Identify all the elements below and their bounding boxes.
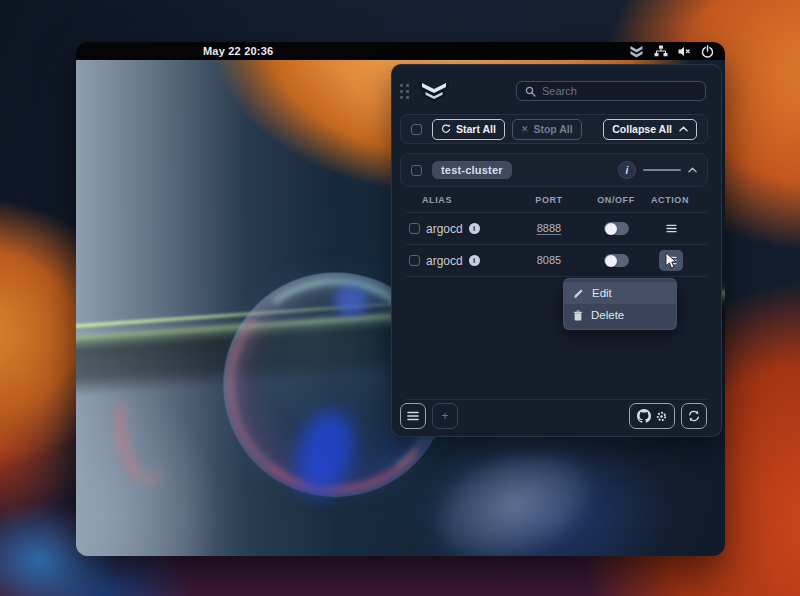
network-icon[interactable] — [654, 45, 668, 57]
wallpaper-pink-arc — [109, 386, 176, 489]
drag-handle-icon[interactable] — [400, 84, 409, 99]
sync-button[interactable] — [681, 403, 707, 429]
search-input[interactable]: Search — [516, 81, 706, 101]
cluster-info-icon[interactable]: i — [618, 161, 636, 179]
pencil-icon — [573, 288, 584, 299]
port-value[interactable]: 8085 — [520, 245, 578, 276]
search-placeholder: Search — [542, 85, 577, 97]
cluster-row-controls: i — [618, 161, 697, 179]
kftray-panel: Search Start All ✕ Stop All — [391, 64, 722, 437]
cluster-progress-line — [643, 169, 681, 171]
col-header-action: ACTION — [639, 195, 701, 205]
menubar-clock[interactable]: May 22 20:36 — [203, 42, 273, 60]
collapse-all-label: Collapse All — [612, 123, 672, 135]
col-header-port: PORT — [520, 195, 578, 205]
menubar-status-icons — [629, 42, 714, 60]
start-all-button[interactable]: Start All — [432, 119, 505, 140]
row-action-button[interactable] — [659, 218, 683, 239]
volume-muted-icon[interactable] — [678, 46, 691, 57]
desktop-wallpaper: May 22 20:36 — [0, 0, 800, 596]
onoff-toggle[interactable] — [604, 254, 629, 267]
row-info-icon[interactable]: i — [469, 223, 480, 234]
wallpaper-blue-spot — [334, 286, 368, 316]
table-row: argocd i 8888 — [392, 213, 721, 244]
context-menu: Edit Delete — [563, 278, 677, 330]
menubar: May 22 20:36 — [76, 42, 725, 60]
table-divider — [406, 276, 707, 277]
footer-divider — [406, 399, 707, 400]
chevron-up-icon — [679, 126, 688, 132]
kftray-logo-icon — [417, 79, 451, 103]
alias-cell: argocd i — [426, 213, 480, 244]
cluster-collapse-icon[interactable] — [688, 167, 697, 173]
col-header-alias: ALIAS — [422, 195, 452, 205]
main-menu-button[interactable] — [400, 403, 426, 429]
github-icon — [637, 409, 651, 423]
delete-label: Delete — [591, 309, 624, 321]
add-config-button[interactable]: + — [432, 403, 458, 429]
stop-icon: ✕ — [521, 124, 529, 134]
power-icon[interactable] — [701, 45, 714, 58]
panel-header: Search — [400, 79, 706, 103]
collapse-all-button[interactable]: Collapse All — [603, 119, 697, 140]
row-checkbox[interactable] — [409, 223, 420, 234]
search-icon — [525, 86, 536, 97]
kftray-tray-icon[interactable] — [629, 45, 644, 58]
context-menu-delete[interactable]: Delete — [564, 304, 676, 326]
cluster-row[interactable]: test-cluster i — [400, 153, 708, 187]
virtual-screen: May 22 20:36 — [76, 42, 725, 556]
plus-icon: + — [441, 409, 448, 423]
toggle-knob — [605, 223, 617, 235]
panel-footer: + — [400, 403, 707, 429]
row-info-icon[interactable]: i — [469, 255, 480, 266]
select-all-checkbox[interactable] — [411, 124, 422, 135]
alias-label: argocd — [426, 254, 463, 268]
alias-cell: argocd i — [426, 245, 480, 276]
gear-icon — [656, 411, 667, 422]
bulk-controls-row: Start All ✕ Stop All Collapse All — [400, 114, 708, 144]
trash-icon — [573, 310, 583, 321]
cluster-name-badge: test-cluster — [432, 161, 512, 179]
stop-all-button[interactable]: ✕ Stop All — [512, 119, 582, 140]
onoff-toggle[interactable] — [604, 222, 629, 235]
context-menu-edit[interactable]: Edit — [564, 282, 676, 304]
alias-label: argocd — [426, 222, 463, 236]
toggle-knob — [605, 255, 617, 267]
start-refresh-icon — [441, 124, 451, 134]
start-all-label: Start All — [456, 123, 496, 135]
row-checkbox[interactable] — [409, 255, 420, 266]
github-settings-button[interactable] — [629, 403, 675, 429]
mouse-cursor — [665, 252, 679, 275]
edit-label: Edit — [592, 287, 612, 299]
stop-all-label: Stop All — [533, 123, 572, 135]
port-value[interactable]: 8888 — [520, 213, 578, 244]
cluster-checkbox[interactable] — [411, 165, 422, 176]
